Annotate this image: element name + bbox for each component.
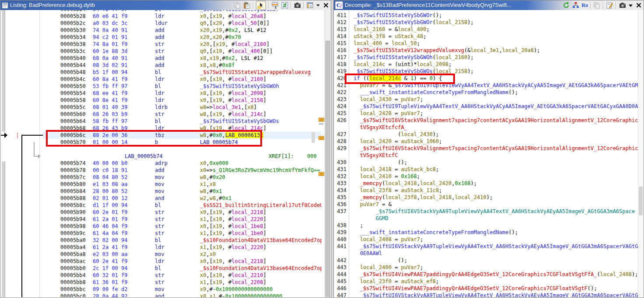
decompile-line[interactable]: 435_memcpy(local_23f8,local_2418,local_2…	[334, 194, 638, 201]
decompile-body[interactable]: 411_$s7SwiftUI5StateVySbGWOr();412_$s7Sw…	[334, 10, 643, 297]
decompile-line[interactable]: tVSgxyXEtcfcfA_	[334, 124, 638, 131]
decompile-line[interactable]: 433_memcpy(local_2418,local_2420,0x168);	[334, 180, 638, 187]
decompile-line[interactable]: tVSgxyXEtcfC	[334, 152, 638, 159]
listing-row[interactable]: 00005ba032 02 00 94bl_$s10Foundation4Dat…	[43, 237, 322, 244]
decompile-line[interactable]: 439___swift_instantiateConcreteTypeFromM…	[334, 229, 638, 236]
decompile-line[interactable]: 440local_2408 = puVar7;	[334, 236, 638, 243]
listing-row[interactable]: 00005b6458 fb ff 97bl_$s7SwiftUI5StateVy…	[43, 118, 322, 125]
dropdown-caret-icon[interactable]	[316, 2, 320, 9]
decompile-line[interactable]: 431local_2418 = auStack_bc8;	[334, 166, 638, 173]
decompile-line[interactable]: 429_$s7SwiftUI6VStackV9alignment7spacing…	[334, 145, 638, 152]
decompile-line[interactable]: 0E0AAWl	[334, 250, 638, 257]
diff-view-icon[interactable]	[281, 2, 288, 9]
listing-row[interactable]: 00005b6868 26 43 b9ldrw8,[x19, #local_21…	[43, 125, 322, 132]
decompile-line[interactable]: 425local_2428 = puVar7;	[334, 110, 638, 117]
decompile-line[interactable]: 436puVar7 = &	[334, 201, 638, 208]
decompile-line[interactable]: 420if ((local_214c & 1) == 0) {	[334, 75, 638, 82]
listing-row[interactable]: 00005bac60 2e 41 f9ldrx0,[x19, #local_22…	[43, 258, 322, 265]
decompile-line[interactable]: 421puVar7 = &_$s7SwiftUI9TupleViewVyAA4T…	[334, 82, 638, 89]
decompile-line[interactable]: 441_$s7SwiftUI6VStackVyAA9TupleViewVyAA4…	[334, 243, 638, 250]
dropdown-caret-icon[interactable]	[628, 2, 633, 9]
listing-row[interactable]: 00005b3494 c2 01 91addx20,x20,#0x70	[43, 34, 322, 41]
decompile-lines[interactable]: 411_$s7SwiftUI5StateVySbGWOr();412_$s7Sw…	[334, 10, 638, 297]
snapshot-camera-icon[interactable]	[294, 2, 301, 9]
listing-scrollbar-thumb[interactable]	[326, 41, 330, 297]
listing-row[interactable]: 00005b5860 8e 41 f9ldrx0,[x19, #local_21…	[43, 97, 322, 104]
decompile-line[interactable]: 413local_2160 = &local_400;	[334, 26, 638, 33]
decompile-scrollbar[interactable]	[638, 10, 643, 297]
listing-row[interactable]: 00005b3c60 1e 88 3dstrq0,[x19, #local_40…	[43, 48, 322, 55]
listing-rows[interactable]: 00005b2454 fb ff 97bl_$s7SwiftUI5StateVy…	[43, 10, 322, 297]
listing-row[interactable]: 00005b9461 2a 01 f9strx1,[x19, #local_22…	[43, 216, 322, 223]
listing-row[interactable]: 00005b8802 01 00 12andw2,w8,#0x1	[43, 195, 322, 202]
decompile-line[interactable]: 428local_2420 = auStack_1060;	[334, 138, 638, 145]
decompile-line[interactable]: 424_$s7SwiftUI9TupleViewVyAA4TextV_AA6HS…	[334, 103, 638, 110]
decompile-line[interactable]: 430();	[334, 159, 638, 166]
decompile-line[interactable]: GGMD	[334, 215, 638, 222]
listing-row[interactable]: 00005b6c88 2e 00 36tbzw8,#0x0,LAB_000061…	[43, 132, 322, 139]
listing-scrollbar[interactable]	[325, 10, 330, 297]
decompile-line[interactable]: 414uStack_3f8 = uStack_48;	[334, 33, 638, 40]
close-icon[interactable]	[322, 2, 329, 9]
listing-row[interactable]: 00005bc028 0a 44 92andx8,x1,#-0x10000000…	[43, 293, 322, 297]
decompile-line[interactable]: 432local_2410 = 0x168;	[334, 173, 638, 180]
decompile-line[interactable]: 423local_2430 = puVar7;	[334, 96, 638, 103]
decompile-line[interactable]: 418local_214c = (uint)*local_2098;	[334, 61, 638, 68]
bookmark-marker[interactable]	[318, 172, 324, 176]
overview-margin[interactable]	[2, 10, 5, 132]
decompile-line[interactable]: 419_$s7SwiftUI5StateVySbGWOs(local_2158)…	[334, 68, 638, 75]
listing-row[interactable]: 00005b2ca0 03 dc 3cldurq0,[x29, #local_5…	[43, 20, 322, 27]
listing-row[interactable]: 00005b9060 2e 01 f9strx0,[x19, #local_22…	[43, 209, 322, 216]
listing-row[interactable]: 00005b4068 0a 40 91addx8,x19,#0x2, LSL #…	[43, 55, 322, 62]
listing-row[interactable]: 00005ba8e2 03 00 aamovx2,x0	[43, 251, 322, 258]
decompile-line[interactable]: 426_$s7SwiftUI6VStackV9alignment7spacing…	[334, 117, 638, 124]
decompile-line[interactable]: 447_$s7SwiftUI6VStackVyAA9TupleViewVyAA4…	[334, 292, 638, 297]
decompile-line[interactable]: 437_$s7SwiftUI6VStackVyAA9TupleViewVyAA4…	[334, 208, 638, 215]
listing-row[interactable]: 00005b3874 8a 01 f9strx20,[x19, #local_2…	[43, 41, 322, 48]
refresh-icon[interactable]	[562, 2, 570, 9]
ro-label[interactable]: Ro	[581, 2, 588, 9]
listing-titlebar[interactable]: Listing: BadPreference.debug.dylib	[0, 0, 331, 10]
listing-row[interactable]: 00005b9c61 4a 04 f9strx1,[x19, #local_1b…	[43, 230, 322, 237]
listing-row[interactable]: 00005bb861 36 01 f9strx1,[x19, #local_22…	[43, 279, 322, 286]
paste-icon[interactable]	[243, 2, 251, 9]
table-insert-icon[interactable]	[271, 2, 279, 9]
decompile-line[interactable]: 438;	[334, 222, 638, 229]
decompile-line[interactable]: 415local_400 = local_50;	[334, 40, 638, 47]
listing-row[interactable]: 00005b7001 00 00 14bLAB_00005b74	[43, 139, 322, 146]
decompile-line[interactable]: 445local_23f0 = auStack_ef8;	[334, 278, 638, 285]
decompile-line[interactable]: 446_$s7SwiftUI4ViewPAAE7paddingyQrAA4Edg…	[334, 285, 638, 292]
listing-label-row[interactable]: LAB_00005b74XREF[1]:000	[43, 153, 322, 160]
listing-row[interactable]: 00005b7440 00 00 b0adrpx0,0xe000	[43, 160, 322, 167]
copy-icon[interactable]	[234, 2, 241, 9]
decompile-line[interactable]: 442();	[334, 257, 638, 264]
listing-row[interactable]: 00005b80e1 03 08 aamovx1,x8	[43, 181, 322, 188]
snapshot-camera-icon[interactable]	[619, 2, 626, 9]
decompile-line[interactable]: 416_$s7SwiftUI5StateV12wrappedValuexvg(&…	[334, 47, 638, 54]
listing-row[interactable]: 00005b9860 46 04 f9strx0,[x19, #local_1b…	[43, 223, 322, 230]
decompile-line[interactable]: 411_$s7SwiftUI5StateVySbGWOr();	[334, 12, 638, 19]
listing-row[interactable]: 00005b5468 ee 41 f9ldrx8,[x19, #local_20…	[43, 90, 322, 97]
listing-row[interactable]: 00005b4c60 8a 41 f9ldrx0,[x19, #local_21…	[43, 76, 322, 83]
listing-row[interactable]: 00005b2860 e6 41 f9ldrx0,[x19, #local_20…	[43, 13, 322, 20]
listing-row[interactable]: 00005bb02c 1f 00 94bl_$s10Foundation4Dat…	[43, 265, 322, 272]
listing-row[interactable]: 00005b3074 0a 40 91addx20,x19,#0x2, LSL …	[43, 27, 322, 34]
listing-row[interactable]: 00005b6068 26 03 b9strw8,[x19, #local_21…	[43, 111, 322, 118]
decompile-line[interactable]: 417_$s7SwiftUI5StateVySbGWOh(local_2160)…	[334, 54, 638, 61]
listing-body[interactable]: 00005b2454 fb ff 97bl_$s7SwiftUI5StateVy…	[1, 10, 330, 297]
overview-margin[interactable]	[2, 161, 5, 297]
close-icon[interactable]	[635, 2, 642, 9]
decompile-scrollbar-thumb[interactable]	[639, 186, 643, 215]
listing-row[interactable]: 00005b8cd1 1f 00 94bl_$sSS21_builtinStri…	[43, 202, 322, 209]
listing-row[interactable]: 00005b7c08 04 80 52movw8,#0x20	[43, 174, 322, 181]
decompile-line[interactable]: 443local_2400 = puVar7;	[334, 264, 638, 271]
listing-row[interactable]: 00005b7800 c0 18 91addx0=>s_Q1RGe3RoZV9w…	[43, 167, 322, 174]
listing-row[interactable]: 00005b8428 00 80 52movw8,#0x1	[43, 188, 322, 195]
decompile-line[interactable]: 434local_23f8 = auStack_11c8;	[334, 187, 638, 194]
listing-row[interactable]: 00005b5053 fb ff 97bl_$s7SwiftUI5StateVy…	[43, 83, 322, 90]
listing-row[interactable]: 00005b48b5 1f 00 94bl_$s7SwiftUI5StateV1…	[43, 69, 322, 76]
decompile-line[interactable]: 444_$s7SwiftUI4ViewPAAE7paddingyQrAA4Edg…	[334, 271, 638, 278]
callgraph-icon[interactable]	[572, 2, 579, 9]
bookmark-marker[interactable]	[318, 136, 324, 140]
listing-row[interactable]: 00005bbc09 00 fe d2movx9,#-0x10000000000…	[43, 286, 322, 293]
